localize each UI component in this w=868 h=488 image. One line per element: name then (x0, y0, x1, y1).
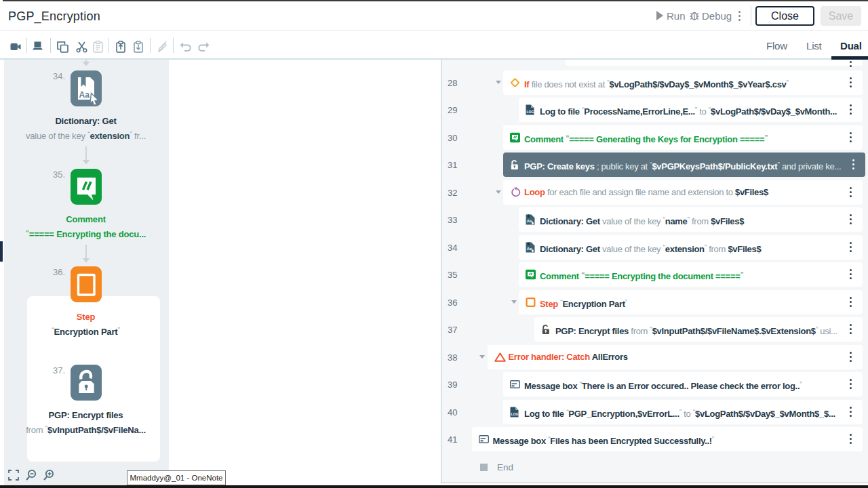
svg-text:LOG: LOG (511, 412, 518, 416)
svg-text:Aa: Aa (79, 90, 90, 100)
svg-text:LOG: LOG (526, 110, 534, 114)
